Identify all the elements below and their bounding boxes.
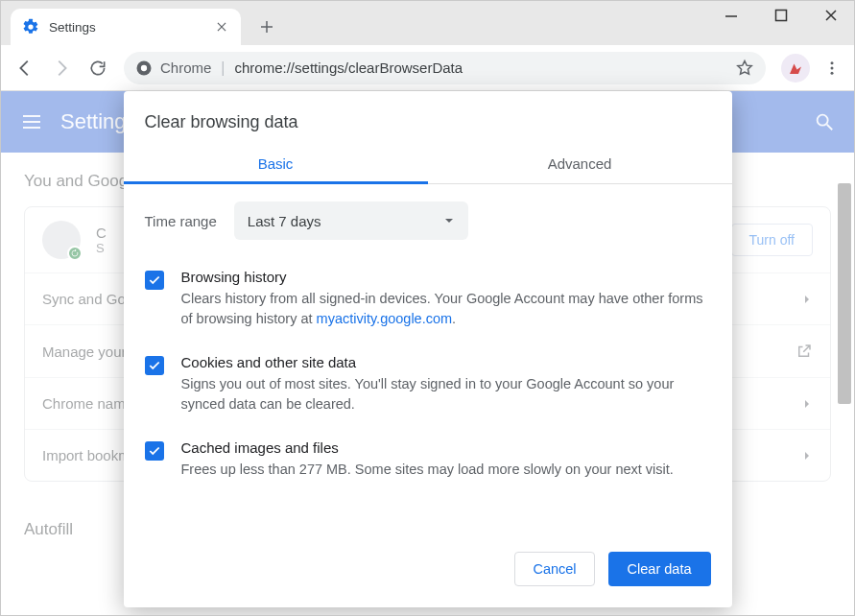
browser-tab-settings[interactable]: Settings: [11, 9, 241, 45]
address-bar[interactable]: Chrome | chrome://settings/clearBrowserD…: [124, 52, 766, 84]
option-title: Cached images and files: [181, 439, 674, 456]
dialog-tabs: Basic Advanced: [124, 142, 732, 184]
time-range-row: Time range Last 7 days: [145, 201, 711, 240]
minimize-button[interactable]: [712, 3, 750, 28]
extension-icon[interactable]: [781, 54, 810, 83]
reload-button[interactable]: [82, 52, 114, 84]
option-text: Browsing history Clears history from all…: [181, 269, 711, 329]
scrollbar-thumb[interactable]: [838, 183, 851, 404]
chevron-down-icon: [443, 215, 455, 226]
tab-title: Settings: [49, 20, 214, 35]
option-text: Cookies and other site data Signs you ou…: [181, 354, 711, 415]
url-path: chrome://settings/clearBrowserData: [235, 59, 463, 76]
option-title: Browsing history: [181, 269, 711, 285]
option-cookies: Cookies and other site data Signs you ou…: [145, 346, 711, 432]
browser-toolbar: Chrome | chrome://settings/clearBrowserD…: [1, 45, 854, 91]
settings-gear-icon: [22, 18, 39, 36]
option-text: Cached images and files Frees up less th…: [181, 439, 674, 480]
close-tab-icon[interactable]: [214, 19, 229, 35]
svg-point-3: [141, 64, 147, 70]
tab-advanced[interactable]: Advanced: [428, 142, 732, 183]
option-cached: Cached images and files Frees up less th…: [145, 432, 711, 497]
chrome-icon: [135, 59, 153, 77]
close-window-button[interactable]: [812, 3, 850, 28]
dialog-footer: Cancel Clear data: [124, 538, 732, 607]
checkbox-browsing-history[interactable]: [145, 271, 164, 290]
option-title: Cookies and other site data: [181, 354, 711, 370]
time-range-label: Time range: [145, 213, 217, 229]
maximize-button[interactable]: [762, 3, 800, 28]
cancel-button[interactable]: Cancel: [514, 552, 594, 586]
svg-point-5: [831, 66, 834, 69]
tab-strip: Settings: [1, 1, 281, 45]
option-browsing-history: Browsing history Clears history from all…: [145, 261, 711, 346]
tab-basic[interactable]: Basic: [124, 142, 428, 183]
forward-button[interactable]: [45, 52, 78, 84]
window-titlebar: Settings: [1, 1, 854, 45]
url-separator: |: [221, 59, 225, 77]
bookmark-star-icon[interactable]: [735, 59, 754, 78]
svg-rect-1: [776, 11, 787, 21]
clear-data-button[interactable]: Clear data: [608, 552, 711, 586]
dialog-title: Clear browsing data: [124, 91, 732, 142]
browser-menu-button[interactable]: [818, 54, 846, 83]
time-range-select[interactable]: Last 7 days: [234, 201, 468, 240]
dialog-body: Time range Last 7 days Browsing history …: [124, 184, 732, 538]
option-description: Clears history from all signed-in device…: [181, 289, 711, 329]
svg-point-4: [831, 61, 834, 64]
checkbox-cookies[interactable]: [145, 356, 164, 375]
clear-browsing-data-dialog: Clear browsing data Basic Advanced Time …: [124, 91, 732, 607]
option-description: Signs you out of most sites. You'll stay…: [181, 374, 711, 415]
window-controls: [712, 3, 850, 28]
time-range-value: Last 7 days: [248, 213, 321, 229]
svg-point-6: [831, 71, 834, 74]
checkbox-cached[interactable]: [145, 441, 164, 461]
option-description: Frees up less than 277 MB. Some sites ma…: [181, 460, 674, 480]
url-prefix: Chrome: [160, 59, 211, 76]
myactivity-link[interactable]: myactivity.google.com: [317, 311, 453, 326]
new-tab-button[interactable]: [252, 12, 281, 41]
back-button[interactable]: [9, 52, 41, 84]
